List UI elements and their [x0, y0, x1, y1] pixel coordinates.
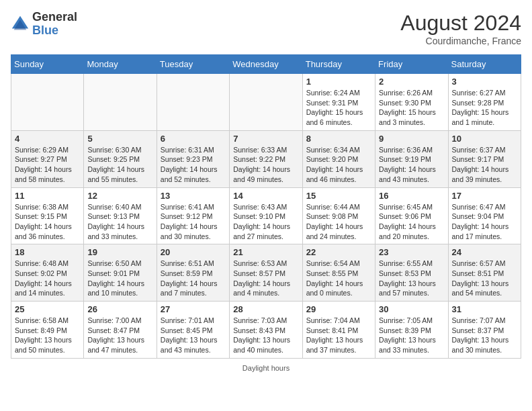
calendar-cell: 29Sunrise: 7:04 AM Sunset: 8:41 PM Dayli… — [302, 302, 375, 359]
day-info: Sunrise: 6:51 AM Sunset: 8:59 PM Dayligh… — [161, 259, 226, 298]
calendar-cell: 5Sunrise: 6:30 AM Sunset: 9:25 PM Daylig… — [84, 130, 157, 187]
calendar-cell: 24Sunrise: 6:57 AM Sunset: 8:51 PM Dayli… — [448, 244, 521, 302]
calendar-cell — [84, 74, 157, 131]
day-number: 21 — [233, 247, 298, 257]
day-number: 20 — [161, 247, 226, 257]
calendar-cell: 20Sunrise: 6:51 AM Sunset: 8:59 PM Dayli… — [157, 244, 229, 302]
day-info: Sunrise: 6:54 AM Sunset: 8:55 PM Dayligh… — [306, 259, 371, 298]
day-number: 31 — [452, 304, 517, 314]
day-info: Sunrise: 6:38 AM Sunset: 9:15 PM Dayligh… — [15, 202, 80, 242]
day-info: Sunrise: 6:44 AM Sunset: 9:08 PM Dayligh… — [306, 202, 371, 242]
day-info: Sunrise: 6:45 AM Sunset: 9:06 PM Dayligh… — [379, 202, 444, 242]
day-number: 26 — [87, 304, 152, 314]
day-number: 4 — [15, 134, 80, 144]
logo-general-text: General — [32, 11, 77, 24]
calendar-body: 1Sunrise: 6:24 AM Sunset: 9:31 PM Daylig… — [11, 74, 521, 359]
day-info: Sunrise: 7:05 AM Sunset: 8:39 PM Dayligh… — [379, 316, 444, 355]
day-number: 15 — [306, 191, 371, 201]
day-info: Sunrise: 6:33 AM Sunset: 9:22 PM Dayligh… — [233, 145, 298, 185]
calendar-cell: 6Sunrise: 6:31 AM Sunset: 9:23 PM Daylig… — [157, 130, 229, 187]
day-number: 14 — [233, 191, 298, 201]
day-number: 30 — [379, 304, 444, 314]
day-info: Sunrise: 6:53 AM Sunset: 8:57 PM Dayligh… — [233, 259, 298, 298]
day-number: 12 — [87, 191, 152, 201]
weekday-thursday: Thursday — [302, 55, 375, 74]
calendar-cell — [11, 74, 84, 131]
day-number: 10 — [452, 134, 517, 144]
day-number: 13 — [161, 191, 226, 201]
day-number: 28 — [233, 304, 298, 314]
day-number: 22 — [306, 247, 371, 257]
month-year-title: August 2024 — [400, 11, 521, 36]
day-info: Sunrise: 6:31 AM Sunset: 9:23 PM Dayligh… — [161, 145, 226, 185]
calendar-cell: 22Sunrise: 6:54 AM Sunset: 8:55 PM Dayli… — [302, 244, 375, 302]
day-info: Sunrise: 6:24 AM Sunset: 9:31 PM Dayligh… — [306, 88, 371, 128]
logo-blue-text: Blue — [32, 24, 77, 38]
calendar-week-5: 25Sunrise: 6:58 AM Sunset: 8:49 PM Dayli… — [11, 302, 521, 359]
day-number: 25 — [15, 304, 80, 314]
title-block: August 2024 Courdimanche, France — [400, 11, 521, 46]
day-info: Sunrise: 6:40 AM Sunset: 9:13 PM Dayligh… — [87, 202, 152, 242]
calendar-cell: 26Sunrise: 7:00 AM Sunset: 8:47 PM Dayli… — [84, 302, 157, 359]
day-info: Sunrise: 7:04 AM Sunset: 8:41 PM Dayligh… — [306, 316, 371, 355]
day-info: Sunrise: 6:48 AM Sunset: 9:02 PM Dayligh… — [15, 259, 80, 298]
weekday-monday: Monday — [84, 55, 157, 74]
calendar-cell: 10Sunrise: 6:37 AM Sunset: 9:17 PM Dayli… — [448, 130, 521, 187]
calendar-cell: 8Sunrise: 6:34 AM Sunset: 9:20 PM Daylig… — [302, 130, 375, 187]
day-number: 16 — [379, 191, 444, 201]
calendar-cell: 12Sunrise: 6:40 AM Sunset: 9:13 PM Dayli… — [84, 187, 157, 244]
calendar-cell: 2Sunrise: 6:26 AM Sunset: 9:30 PM Daylig… — [375, 74, 448, 131]
day-number: 27 — [161, 304, 226, 314]
calendar-cell: 16Sunrise: 6:45 AM Sunset: 9:06 PM Dayli… — [375, 187, 448, 244]
logo-icon — [11, 15, 30, 34]
weekday-saturday: Saturday — [448, 55, 521, 74]
calendar-week-4: 18Sunrise: 6:48 AM Sunset: 9:02 PM Dayli… — [11, 244, 521, 302]
calendar-cell: 3Sunrise: 6:27 AM Sunset: 9:28 PM Daylig… — [448, 74, 521, 131]
day-number: 23 — [379, 247, 444, 257]
day-info: Sunrise: 6:57 AM Sunset: 8:51 PM Dayligh… — [452, 259, 517, 298]
day-number: 18 — [15, 247, 80, 257]
calendar-cell: 9Sunrise: 6:36 AM Sunset: 9:19 PM Daylig… — [375, 130, 448, 187]
weekday-wednesday: Wednesday — [230, 55, 302, 74]
weekday-tuesday: Tuesday — [157, 55, 229, 74]
calendar-cell: 15Sunrise: 6:44 AM Sunset: 9:08 PM Dayli… — [302, 187, 375, 244]
day-info: Sunrise: 6:34 AM Sunset: 9:20 PM Dayligh… — [306, 145, 371, 185]
day-number: 6 — [161, 134, 226, 144]
day-info: Sunrise: 6:29 AM Sunset: 9:27 PM Dayligh… — [15, 145, 80, 185]
day-info: Sunrise: 7:03 AM Sunset: 8:43 PM Dayligh… — [233, 316, 298, 355]
day-number: 17 — [452, 191, 517, 201]
calendar-week-2: 4Sunrise: 6:29 AM Sunset: 9:27 PM Daylig… — [11, 130, 521, 187]
footer-note-text: Daylight hours — [242, 364, 290, 372]
calendar-cell: 7Sunrise: 6:33 AM Sunset: 9:22 PM Daylig… — [230, 130, 302, 187]
weekday-friday: Friday — [375, 55, 448, 74]
calendar-cell: 13Sunrise: 6:41 AM Sunset: 9:12 PM Dayli… — [157, 187, 229, 244]
calendar-cell: 1Sunrise: 6:24 AM Sunset: 9:31 PM Daylig… — [302, 74, 375, 131]
page-header: General Blue August 2024 Courdimanche, F… — [11, 11, 521, 46]
logo: General Blue — [11, 11, 77, 38]
calendar-cell: 21Sunrise: 6:53 AM Sunset: 8:57 PM Dayli… — [230, 244, 302, 302]
day-info: Sunrise: 7:01 AM Sunset: 8:45 PM Dayligh… — [161, 316, 226, 355]
weekday-sunday: Sunday — [11, 55, 84, 74]
calendar-week-1: 1Sunrise: 6:24 AM Sunset: 9:31 PM Daylig… — [11, 74, 521, 131]
weekday-row: Sunday Monday Tuesday Wednesday Thursday… — [11, 55, 521, 74]
day-number: 29 — [306, 304, 371, 314]
calendar-cell: 19Sunrise: 6:50 AM Sunset: 9:01 PM Dayli… — [84, 244, 157, 302]
day-number: 9 — [379, 134, 444, 144]
day-number: 19 — [87, 247, 152, 257]
calendar-cell: 18Sunrise: 6:48 AM Sunset: 9:02 PM Dayli… — [11, 244, 84, 302]
day-info: Sunrise: 6:27 AM Sunset: 9:28 PM Dayligh… — [452, 88, 517, 128]
day-number: 24 — [452, 247, 517, 257]
calendar-cell — [157, 74, 229, 131]
day-info: Sunrise: 6:50 AM Sunset: 9:01 PM Dayligh… — [87, 259, 152, 298]
day-info: Sunrise: 7:07 AM Sunset: 8:37 PM Dayligh… — [452, 316, 517, 355]
day-info: Sunrise: 6:37 AM Sunset: 9:17 PM Dayligh… — [452, 145, 517, 185]
calendar-cell: 31Sunrise: 7:07 AM Sunset: 8:37 PM Dayli… — [448, 302, 521, 359]
day-info: Sunrise: 6:55 AM Sunset: 8:53 PM Dayligh… — [379, 259, 444, 298]
day-info: Sunrise: 6:58 AM Sunset: 8:49 PM Dayligh… — [15, 316, 80, 355]
calendar-cell: 27Sunrise: 7:01 AM Sunset: 8:45 PM Dayli… — [157, 302, 229, 359]
day-number: 1 — [306, 77, 371, 87]
calendar-week-3: 11Sunrise: 6:38 AM Sunset: 9:15 PM Dayli… — [11, 187, 521, 244]
day-number: 3 — [452, 77, 517, 87]
footer-note: Daylight hours — [11, 364, 521, 372]
logo-text: General Blue — [32, 11, 77, 38]
